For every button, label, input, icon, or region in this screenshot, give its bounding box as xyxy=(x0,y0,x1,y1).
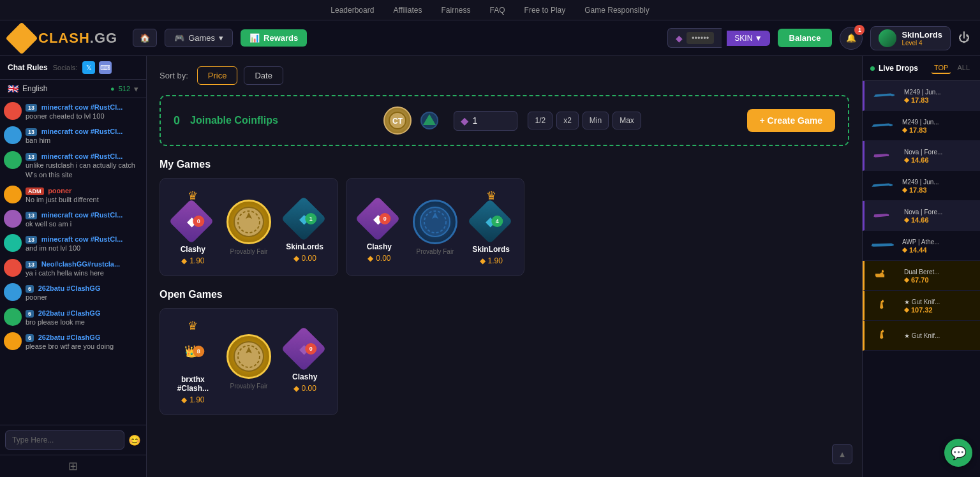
nav-game-responsibly[interactable]: Game Responsibly xyxy=(584,6,649,15)
message-username: 6 262batu #ClashGG xyxy=(26,283,142,293)
player2-value: ◆ 0.00 xyxy=(293,254,316,263)
discord-icon[interactable]: ⌨ xyxy=(99,61,112,74)
username-text: minecraft cow #RustCl... xyxy=(41,103,123,111)
drop-list-item[interactable]: ★ Gut Knif... ◆ 107.32 xyxy=(863,291,980,321)
drop-item-info: ★ Gut Knif... ◆ 107.32 xyxy=(904,298,974,314)
my-game-card-1[interactable]: ♛ ◆ 0 Clashy ◆ 1.90 xyxy=(160,178,338,276)
user-menu[interactable]: SkinLords Level 4 xyxy=(870,26,951,50)
balance-button[interactable]: Balance xyxy=(778,29,833,47)
my-game-card-2[interactable]: ◆ 0 Clashy ◆ 0.00 xyxy=(346,178,524,276)
min-bet-button[interactable]: Min xyxy=(583,112,609,129)
bet-input-area: ◆ xyxy=(454,111,517,131)
notification-badge: 1 xyxy=(854,25,865,35)
drop-list-item[interactable]: AWP | Athe... ◆ 14.44 xyxy=(863,231,980,261)
drop-item-name: ★ Gut Knif... xyxy=(904,332,974,340)
og1-player2-side: ◆ 0 Clashy ◆ 0.00 xyxy=(282,319,327,404)
gem-icon: ◆ xyxy=(676,33,683,43)
drop-list-item[interactable]: M249 | Jun... ◆ 17.83 xyxy=(863,81,980,111)
my-games-row: ♛ ◆ 0 Clashy ◆ 1.90 xyxy=(160,178,849,276)
username: SkinLords xyxy=(902,30,942,40)
socials-label: Socials: xyxy=(53,64,78,71)
logo[interactable]: CLASH.GG xyxy=(10,27,117,50)
drop-list-item[interactable]: Nova | Fore... ◆ 14.66 xyxy=(863,201,980,231)
drop-diamond-icon: ◆ xyxy=(904,96,909,103)
emoji-button[interactable]: 😊 xyxy=(128,434,141,446)
drops-header: Live Drops TOP ALL xyxy=(863,56,980,81)
chat-message-item: 6 262batu #ClashGG bro please look me xyxy=(4,308,142,327)
g2-player1-badge: 0 xyxy=(380,213,391,224)
message-username: ADM pooner xyxy=(26,186,142,195)
chat-rules-link[interactable]: Chat Rules xyxy=(8,63,48,72)
half-bet-button[interactable]: 1/2 xyxy=(528,112,553,129)
logout-button[interactable]: ⏻ xyxy=(958,31,970,45)
drop-list-item[interactable]: M249 | Jun... ◆ 17.83 xyxy=(863,171,980,201)
drop-item-name: M249 | Jun... xyxy=(902,118,974,126)
og1-coin-center: Provably Fair xyxy=(222,319,276,404)
player2-name: SkinLords xyxy=(286,242,323,251)
drop-item-info: M249 | Jun... ◆ 17.83 xyxy=(904,88,974,104)
notifications-button[interactable]: 🔔 1 xyxy=(840,27,863,50)
drop-diamond-icon: ◆ xyxy=(904,306,909,313)
username-text: minecraft cow #RustCl... xyxy=(41,235,123,243)
player1-side: ♛ ◆ 0 Clashy ◆ 1.90 xyxy=(170,189,216,265)
drop-list-item[interactable]: M249 | Jun... ◆ 17.83 xyxy=(863,111,980,141)
provably-fair-label: Provably Fair xyxy=(230,248,268,255)
chat-panel: Chat Rules Socials: 𝕏 ⌨ 🇬🇧 English ● 512… xyxy=(0,56,147,477)
og1-player1-side: ♛ 👑 8 brxthx #Clash... ◆ 1.90 xyxy=(170,319,216,404)
max-bet-button[interactable]: Max xyxy=(612,112,641,129)
bet-diamond-icon: ◆ xyxy=(461,115,468,127)
message-avatar xyxy=(4,332,22,350)
drop-diamond-icon: ◆ xyxy=(902,126,907,133)
message-text: pooner xyxy=(26,293,142,302)
chat-input[interactable] xyxy=(5,430,124,450)
drop-diamond-icon: ◆ xyxy=(904,216,909,223)
double-bet-button[interactable]: x2 xyxy=(556,112,579,129)
drop-list-item[interactable]: Nova | Fore... ◆ 14.66 xyxy=(863,141,980,171)
chat-expand-button[interactable]: ⊞ xyxy=(68,459,78,473)
chat-bubble-button[interactable]: 💬 xyxy=(944,439,972,467)
online-number: 512 xyxy=(119,85,130,92)
sort-price-button[interactable]: Price xyxy=(197,66,238,85)
message-avatar xyxy=(4,234,22,252)
scroll-to-top-button[interactable]: ▲ xyxy=(832,444,852,464)
drop-item-info: Nova | Fore... ◆ 14.66 xyxy=(904,208,974,224)
drop-diamond-icon: ◆ xyxy=(902,186,907,193)
drop-list-item[interactable]: Dual Beret... ◆ 67.70 xyxy=(863,261,980,291)
value-diamond-icon: ◆ xyxy=(181,256,187,265)
player2-side: ◆ 1 SkinLords ◆ 0.00 xyxy=(282,189,327,265)
nav-free-to-play[interactable]: Free to Play xyxy=(524,6,566,15)
my-games-section: My Games ♛ ◆ 0 Clashy ◆ xyxy=(160,159,849,276)
nav-leaderboard[interactable]: Leaderboard xyxy=(330,6,374,15)
skin-toggle-button[interactable]: SKIN ▼ xyxy=(727,31,769,46)
t-coin-icon[interactable] xyxy=(415,106,443,135)
nav-affiliates[interactable]: Affiliates xyxy=(393,6,422,15)
center-coin-t xyxy=(413,200,457,244)
drops-tab-all[interactable]: ALL xyxy=(954,62,972,74)
twitter-icon[interactable]: 𝕏 xyxy=(82,61,95,74)
drops-tab-top[interactable]: TOP xyxy=(932,62,951,74)
create-game-button[interactable]: + Create Game xyxy=(747,109,835,132)
drop-list-item[interactable]: ★ Gut Knif... xyxy=(863,321,980,351)
nav-faq[interactable]: FAQ xyxy=(490,6,505,15)
sort-date-button[interactable]: Date xyxy=(244,66,283,85)
level-badge: 6 xyxy=(26,334,34,342)
level-badge: 13 xyxy=(26,128,37,136)
rewards-button[interactable]: 📊 Rewards xyxy=(241,29,307,47)
user-info: SkinLords Level 4 xyxy=(902,30,942,47)
balance-value: •••••• xyxy=(687,32,714,44)
chat-message-item: 13 Neo#clashGG#rustcla... ya i catch hel… xyxy=(4,259,142,278)
ct-coin-icon[interactable]: CT xyxy=(383,106,412,135)
drop-item-info: Nova | Fore... ◆ 14.66 xyxy=(904,148,974,164)
language-selector[interactable]: 🇬🇧 English ● 512 ▾ xyxy=(0,80,146,98)
open-game-card-1[interactable]: ♛ 👑 8 brxthx #Clash... ◆ 1.90 xyxy=(160,308,338,415)
currency-display: ◆ •••••• xyxy=(667,28,722,48)
og1-center-coin xyxy=(226,334,271,379)
message-body: ADM pooner No im just built different xyxy=(26,186,142,205)
nav-fairness[interactable]: Fairness xyxy=(442,6,471,15)
games-button[interactable]: 🎮 Games ▾ xyxy=(165,29,233,47)
level-badge: 13 xyxy=(26,104,37,112)
bet-amount-input[interactable] xyxy=(472,115,510,126)
og1-player2-value: ◆ 0.00 xyxy=(293,384,316,393)
message-avatar xyxy=(4,151,22,169)
home-button[interactable]: 🏠 xyxy=(133,29,157,47)
